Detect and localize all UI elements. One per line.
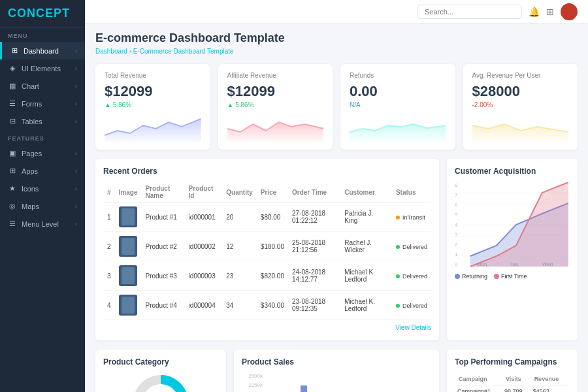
svg-text:Wed: Wed [542,261,553,267]
stat-label-2: Refunds [350,72,446,79]
sidebar-label-dashboard: Dashboard [24,47,59,55]
sidebar-item-maps[interactable]: ◎ Maps › [0,197,85,215]
col-time: Order Time [288,182,340,203]
col-qty: Quantity [222,182,257,203]
col-customer: Customer [340,182,392,203]
bar-chart [268,373,431,392]
stat-chart-3 [472,112,569,142]
sidebar-label-chart: Chart [22,82,39,90]
sidebar-label-maps: Maps [22,203,39,210]
breadcrumb-current: E-Commerce Dashboard Template [133,48,234,55]
stat-chart-2 [350,112,446,142]
sidebar-item-forms[interactable]: ☰ Forms › [0,95,85,112]
content-area: E-commerce Dashboard Template Dashboard … [85,24,588,392]
breadcrumb-home[interactable]: Dashboard [95,48,127,55]
logo: CONCEPT [0,0,85,27]
breadcrumb: Dashboard › E-Commerce Dashboard Templat… [95,48,578,55]
product-category-title: Product Category [103,357,218,367]
grid-icon[interactable]: ⊞ [546,7,554,17]
stat-card-avg-revenue: Avg. Revenue Per User $28000 -2.00% [463,64,578,150]
campaigns-section: Top Performing Campaigns Campaign Visits… [447,350,578,392]
sidebar-label-pages: Pages [22,150,42,157]
first-time-label: First Time [501,273,527,280]
acquisition-section: Customer Acquisition 876543210 [447,159,578,340]
bar-group-3 [301,385,314,392]
view-details-link[interactable]: View Details [103,320,431,333]
sidebar-item-pages[interactable]: ▣ Pages › [0,144,85,162]
orders-table: # Image Product Name Product Id Quantity… [103,182,431,320]
returning-dot [455,274,460,279]
stat-chart-1 [227,112,324,142]
stat-card-total-revenue: Total Revenue $12099 ▲ 5.86% [95,64,210,150]
acquisition-title: Customer Acquisition [455,167,570,176]
sidebar-label-apps: Apps [22,167,38,175]
product-sales-title: Product Sales [242,357,431,367]
product-category-section: Product Category [95,350,226,392]
stat-label-3: Avg. Revenue Per User [472,72,569,79]
product-sales-section: Product Sales 2500k2250k2000k1750k1500k1… [234,350,439,392]
sidebar-item-ui-elements[interactable]: ◈ UI Elements › [0,59,85,77]
acquisition-chart: Mon Tue Wed [463,182,570,267]
table-row: 2 Product #2 id000002 12 $180.00 25-08-2… [103,232,431,261]
stat-change-2: N/A [350,101,446,108]
camp-col-revenue: Revenue [531,373,570,385]
stat-value-1: $12099 [227,83,324,100]
main-grid: Recent Orders # Image Product Name Produ… [95,159,578,340]
dashboard-icon: ⊞ [10,46,19,55]
legend-first-time: First Time [494,273,527,280]
svg-text:Mon: Mon [477,261,487,267]
sidebar-item-icons[interactable]: ★ Icons › [0,180,85,197]
stat-change-0: ▲ 5.86% [105,101,201,108]
svg-text:Tue: Tue [510,261,519,267]
forms-icon: ☰ [8,99,17,108]
sidebar-item-dashboard[interactable]: ⊞ Dashboard › [0,42,85,59]
stat-chart-0 [105,112,201,142]
search-input[interactable] [417,5,522,19]
col-image: Image [115,182,142,203]
icons-icon: ★ [8,184,17,193]
apps-icon: ⊞ [8,167,17,175]
sales-y-axis: 2500k2250k2000k1750k1500k1250k1000k [242,373,265,392]
stat-label-0: Total Revenue [105,72,201,79]
tables-icon: ⊟ [8,117,17,125]
sidebar-item-menu-level[interactable]: ☰ Menu Level › [0,215,85,233]
list-item: Campaign#1 98,789 $4563 [455,385,570,393]
sidebar-item-chart[interactable]: ▦ Chart › [0,77,85,95]
stat-card-refunds: Refunds 0.00 N/A [340,64,455,150]
avatar[interactable] [561,3,578,20]
stat-change-1: ▲ 5.86% [227,101,324,108]
col-num: # [103,182,115,203]
stats-row: Total Revenue $12099 ▲ 5.86% Affiliate R… [95,64,578,150]
first-time-dot [494,274,499,279]
sidebar-label-tables: Tables [22,118,42,125]
table-row: 3 Product #3 id000003 23 $820.00 24-08-2… [103,261,431,291]
orders-title: Recent Orders [103,167,431,176]
sidebar-label-menu-level: Menu Level [22,220,59,228]
campaigns-table: Campaign Visits Revenue Campaign#1 98,78… [455,373,570,392]
table-row: 4 Product #4 id000004 34 $340.00 23-08-2… [103,291,431,320]
returning-label: Returning [462,273,487,280]
maps-icon: ◎ [8,202,17,210]
stat-value-2: 0.00 [350,83,446,100]
sidebar-label-icons: Icons [22,185,39,193]
menu-level-icon: ☰ [8,220,17,228]
sidebar-item-tables[interactable]: ⊟ Tables › [0,112,85,130]
legend-returning: Returning [455,273,487,280]
ui-elements-icon: ◈ [8,64,17,73]
table-row: 1 Product #1 id000001 20 $80.00 27-08-20… [103,203,431,232]
topbar: 🔔 ⊞ [85,0,588,24]
col-product-id: Product Id [185,182,223,203]
sidebar-label-forms: Forms [22,100,42,108]
menu-section-label: MENU [0,27,85,42]
orders-section: Recent Orders # Image Product Name Produ… [95,159,439,340]
stat-value-0: $12099 [105,83,201,100]
acq-legend: Returning First Time [455,273,570,280]
pages-icon: ▣ [8,149,17,157]
col-status: Status [392,182,431,203]
sidebar: CONCEPT MENU ⊞ Dashboard › ◈ UI Elements… [0,0,85,392]
sidebar-item-apps[interactable]: ⊞ Apps › [0,162,85,180]
notification-icon[interactable]: 🔔 [529,7,540,17]
acq-y-axis: 876543210 [455,182,460,267]
svg-point-1 [563,14,575,20]
donut-chart [103,373,218,392]
